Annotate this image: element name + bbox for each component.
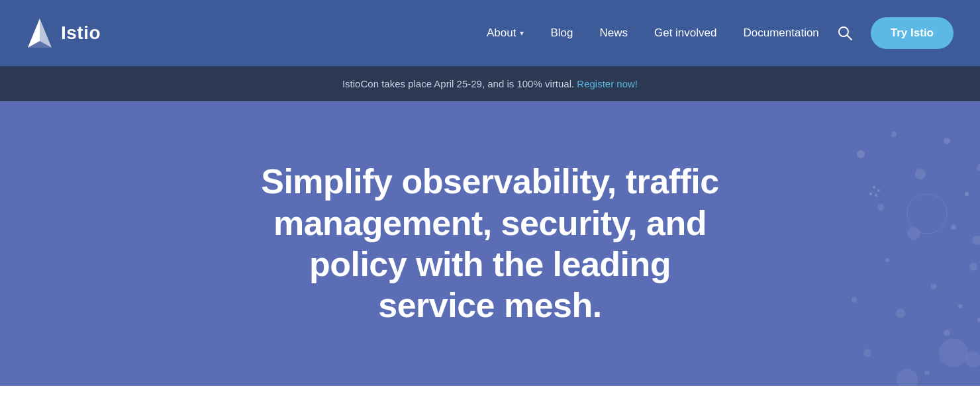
- svg-point-28: [875, 194, 877, 197]
- svg-point-17: [965, 351, 980, 367]
- svg-point-5: [857, 150, 865, 158]
- svg-point-7: [915, 169, 926, 179]
- blog-nav-link[interactable]: Blog: [540, 20, 583, 46]
- search-icon: [838, 26, 852, 40]
- nav-item-documentation[interactable]: Documentation: [732, 20, 829, 46]
- about-chevron-icon: ▾: [520, 28, 524, 38]
- svg-point-21: [852, 297, 857, 302]
- logo-text: Istio: [61, 23, 101, 44]
- nav-item-blog[interactable]: Blog: [540, 20, 583, 46]
- istio-logo-icon: [26, 17, 53, 49]
- logo-link[interactable]: Istio: [26, 17, 101, 49]
- documentation-nav-link[interactable]: Documentation: [732, 20, 829, 46]
- about-nav-button[interactable]: About ▾: [476, 20, 534, 46]
- navbar: Istio About ▾ Blog News Get involved: [0, 0, 980, 66]
- try-istio-button[interactable]: Try Istio: [871, 17, 954, 49]
- svg-point-14: [931, 284, 936, 289]
- search-button[interactable]: [830, 19, 860, 47]
- announcement-banner: IstioCon takes place April 25-29, and is…: [0, 66, 980, 101]
- svg-point-12: [951, 224, 956, 230]
- hero-content: Simplify observability, traffic manageme…: [238, 134, 742, 353]
- svg-point-32: [977, 317, 980, 322]
- svg-point-18: [924, 370, 930, 375]
- svg-point-16: [944, 330, 950, 336]
- svg-line-4: [847, 36, 852, 40]
- svg-point-26: [873, 186, 875, 189]
- nav-item-news[interactable]: News: [589, 20, 638, 46]
- get-involved-nav-link[interactable]: Get involved: [644, 20, 728, 46]
- hero-headline: Simplify observability, traffic manageme…: [252, 161, 728, 326]
- svg-point-15: [896, 308, 905, 318]
- svg-point-31: [972, 236, 980, 245]
- svg-point-19: [863, 349, 871, 357]
- svg-point-13: [969, 263, 977, 271]
- news-nav-link[interactable]: News: [589, 20, 638, 46]
- nav-item-get-involved[interactable]: Get involved: [644, 20, 728, 46]
- svg-point-20: [885, 258, 889, 262]
- svg-point-24: [939, 338, 968, 367]
- svg-point-6: [891, 132, 897, 137]
- svg-point-29: [869, 193, 872, 195]
- svg-point-30: [977, 164, 980, 171]
- svg-point-9: [965, 192, 969, 196]
- svg-point-27: [877, 189, 880, 192]
- nav-links: About ▾ Blog News Get involved Documenta…: [476, 20, 830, 46]
- svg-point-23: [907, 194, 947, 234]
- nav-item-about[interactable]: About ▾: [476, 20, 534, 46]
- announcement-register-link[interactable]: Register now!: [577, 78, 638, 89]
- hero-section: Simplify observability, traffic manageme…: [0, 101, 980, 386]
- svg-point-11: [907, 227, 920, 240]
- svg-point-22: [958, 304, 962, 308]
- svg-point-8: [944, 138, 950, 144]
- svg-point-25: [897, 369, 918, 386]
- svg-point-10: [877, 204, 884, 210]
- announcement-text: IstioCon takes place April 25-29, and is…: [342, 78, 574, 89]
